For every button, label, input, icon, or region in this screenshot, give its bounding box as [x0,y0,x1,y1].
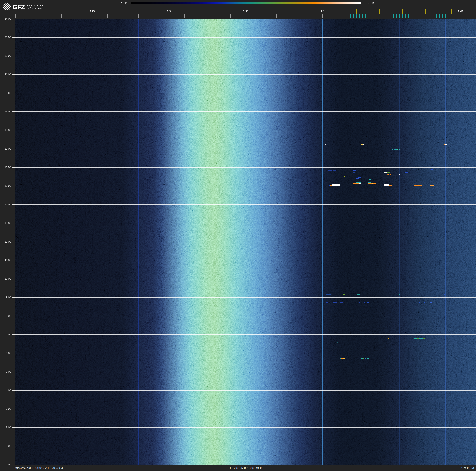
wifi-channel-tick [410,9,410,14]
rf-event-dash [408,338,409,339]
time-tick [12,223,15,223]
time-tick [12,186,15,186]
freq-tick-label: 2.3 [167,10,171,13]
doi-link[interactable]: https://doi.org/10.5880/GFZ.1.2.2024.003 [15,467,63,470]
rf-event-dash [353,172,355,173]
carrier-dot [345,400,345,400]
rf-event-dash [389,185,391,186]
rf-event-dash [399,174,400,175]
rf-event-dash [367,358,369,359]
rf-event-dash [361,144,362,145]
carrier-dot [345,375,345,376]
ble-channel-tick [369,14,369,18]
rf-event-dash [385,338,387,339]
rf-event-dash [388,338,389,339]
hour-gridline [15,111,476,112]
rf-event-dash [387,174,388,175]
time-label: 3:00 [0,407,11,410]
time-tick [12,372,15,372]
rf-event-dash [359,302,360,303]
hour-gridline [15,334,476,335]
hour-gridline [15,167,476,167]
ble-channel-tick [335,14,335,18]
rf-event-dash [387,182,390,182]
freq-tick [246,14,246,18]
rf-event-dash [392,174,392,175]
top-axis-baseline [12,18,476,19]
ble-channel-tick [408,14,409,18]
freq-tick [215,14,215,18]
rf-event-dash [398,177,400,177]
wifi-channel-tick [433,9,433,14]
carrier-dot [345,405,345,406]
rf-event-dash [430,302,432,303]
time-label: 20:00 [0,92,11,95]
colorbar-min-label: -75 dBm [120,2,129,5]
time-tick [12,316,15,316]
ble-channel-tick [353,14,354,18]
rf-event-dash [388,174,389,175]
rf-event-dash [384,184,389,186]
rf-event-dash [326,294,331,295]
freq-tick [184,14,185,18]
wifi-channel-tick [402,9,403,14]
logo-text: GFZ [13,3,25,11]
rf-event-dash [397,149,398,150]
carrier-dot [345,366,345,367]
time-tick [12,390,15,391]
carrier-dot [345,335,345,336]
time-label: 13:00 [0,222,11,225]
rf-event-dash [399,294,400,295]
time-tick [12,56,15,56]
rf-event-dash [372,180,377,180]
time-tick [12,167,15,167]
rf-event-dash [417,338,419,339]
ble-channel-tick [365,14,366,18]
ble-channel-tick [411,14,412,18]
rf-event-dash [337,343,338,343]
freq-tick [61,14,62,18]
rf-event-dash [395,149,397,150]
logo-subtitle-line1: Helmholtz Centre [26,4,44,7]
time-label: 22:00 [0,54,11,57]
rf-event-dash [328,170,330,171]
ble-channel-tick [356,14,357,18]
freq-tick [31,14,31,18]
ble-channel-tick [350,14,351,18]
ble-channel-tick [341,14,341,18]
time-label: 16:00 [0,166,11,169]
time-tick [12,204,15,205]
rf-event-dash [362,144,364,145]
ble-channel-tick [384,14,384,18]
rf-event-dash [439,294,443,295]
date-label: 2024-08-13 [460,467,474,470]
hour-gridline [15,74,476,75]
time-tick [12,409,15,409]
rf-event-dash [357,294,360,295]
carrier-dot [345,307,345,308]
ble-channel-tick [402,14,403,18]
ble-channel-tick [427,14,427,18]
freq-tick [323,14,323,18]
rf-event-dash [421,294,425,295]
freq-tick [292,14,292,18]
rf-event-dash [344,176,345,177]
carrier-dot [345,359,345,360]
rf-event-dash [372,183,374,184]
logo-subtitle: Helmholtz Centre for Geosciences [26,4,44,9]
rf-event-dash [392,177,395,177]
rf-event-dash [414,338,417,339]
carrier-dot [345,377,345,378]
freq-tick [46,14,46,18]
time-label: 7:00 [0,333,11,336]
rf-event-dash [390,174,391,175]
rf-event-dash [419,338,423,339]
carrier-dot [345,341,345,342]
ble-channel-tick [344,14,344,18]
rf-event-dash [374,183,376,184]
ble-channel-tick [332,14,332,18]
wifi-channel-tick [395,9,395,14]
rf-event-dash [332,184,340,186]
wifi-channel-tick [425,9,426,14]
time-label: 9:00 [0,296,11,299]
